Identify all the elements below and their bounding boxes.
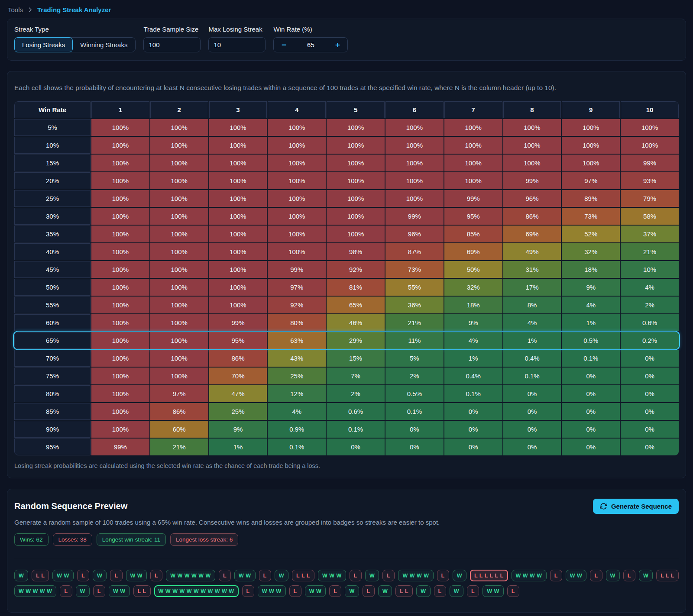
probability-cell: 0%	[444, 403, 502, 420]
stat-chip-longest-win-streak: Longest win streak: 11	[97, 533, 166, 546]
probability-cell: 100%	[91, 368, 149, 384]
probability-cell: 36%	[385, 297, 444, 313]
win-streak-badge: W W	[109, 585, 130, 597]
loss-streak-badge: L	[93, 585, 105, 597]
probability-cell: 0.4%	[444, 368, 502, 384]
probability-cell: 0%	[621, 421, 679, 438]
trade-sample-size-label: Trade Sample Size	[143, 26, 201, 33]
max-losing-streak-group: Max Losing Streak	[208, 26, 266, 52]
probability-cell: 100%	[91, 226, 149, 242]
table-row-30%: 30%100%100%100%100%100%99%95%86%73%58%	[14, 208, 679, 225]
win-streak-badge: W W W W	[398, 570, 433, 581]
winning-streaks-button[interactable]: Winning Streaks	[72, 38, 135, 52]
win-streak-badge: W	[275, 570, 288, 581]
probability-cell: 100%	[327, 172, 385, 189]
losing-streaks-button[interactable]: Losing Streaks	[14, 37, 73, 52]
loss-streak-badge: L	[77, 570, 89, 581]
loss-streak-badge: L	[60, 585, 72, 597]
probability-cell: 0%	[503, 421, 561, 438]
probability-cell: 4%	[503, 314, 561, 331]
probability-cell: 100%	[150, 332, 208, 349]
loss-streak-badge: L	[363, 585, 375, 597]
loss-streak-badge: L	[259, 570, 271, 581]
win-rate-cell: 65%	[14, 332, 91, 349]
probability-cell: 99%	[209, 314, 267, 331]
probability-cell: 0.5%	[385, 385, 444, 402]
breadcrumb-tools-link[interactable]: Tools	[8, 6, 23, 13]
trade-sample-size-group: Trade Sample Size	[143, 26, 201, 52]
sequence-title: Random Sequence Preview	[14, 501, 127, 511]
sequence-stats: Wins: 62Losses: 38Longest win streak: 11…	[14, 533, 679, 546]
probability-cell: 9%	[209, 421, 267, 438]
win-rate-cell: 85%	[14, 403, 91, 420]
probability-cell: 4%	[268, 403, 326, 420]
probability-cell: 0%	[621, 439, 679, 455]
probability-cell: 63%	[268, 332, 326, 349]
probability-cell: 100%	[209, 243, 267, 260]
sequence-description: Generate a random sample of 100 trades u…	[14, 519, 679, 526]
win-rate-cell: 50%	[14, 279, 91, 296]
probability-cell: 100%	[91, 385, 149, 402]
probability-cell: 95%	[444, 208, 502, 225]
probability-cell: 31%	[503, 261, 561, 278]
probability-cell: 32%	[444, 279, 502, 296]
win-rate-increase-button[interactable]: +	[327, 38, 347, 52]
win-rate-value[interactable]: 65	[294, 41, 327, 48]
win-rate-cell: 20%	[14, 172, 91, 189]
probability-cell: 43%	[268, 350, 326, 367]
probability-cell: 100%	[385, 172, 444, 189]
win-streak-badge: W	[378, 585, 392, 597]
probability-cell: 58%	[621, 208, 679, 225]
probability-cell: 10%	[621, 261, 679, 278]
probability-cell: 100%	[91, 243, 149, 260]
probability-cell: 100%	[91, 190, 149, 207]
trade-sample-size-input[interactable]	[143, 37, 201, 52]
probability-cell: 0%	[562, 368, 620, 384]
column-header-7: 7	[444, 101, 502, 118]
probability-cell: 5%	[385, 350, 444, 367]
probability-cell: 2%	[385, 368, 444, 384]
win-streak-badge: W	[606, 570, 620, 581]
win-streak-badge: W	[639, 570, 653, 581]
probability-cell: 0.1%	[503, 368, 561, 384]
probability-cell: 69%	[444, 243, 502, 260]
probability-cell: 100%	[91, 332, 149, 349]
probability-cell: 100%	[621, 119, 679, 136]
probability-cell: 0.5%	[562, 332, 620, 349]
loss-streak-badge: L	[507, 585, 519, 597]
table-row-95%: 95%99%21%1%0.1%0%0%0%0%0%0%	[14, 439, 679, 455]
table-row-5%: 5%100%100%100%100%100%100%100%100%100%10…	[14, 119, 679, 136]
probability-cell: 0%	[503, 385, 561, 402]
win-rate-group: Win Rate (%) − 65 +	[273, 26, 348, 52]
table-row-45%: 45%100%100%100%99%92%73%50%31%18%10%	[14, 261, 679, 278]
probability-cell: 2%	[621, 297, 679, 313]
win-rate-cell: 5%	[14, 119, 91, 136]
refresh-icon	[600, 503, 607, 510]
column-header-2: 2	[150, 101, 208, 118]
max-losing-streak-input[interactable]	[208, 37, 266, 52]
probability-cell: 95%	[209, 332, 267, 349]
probability-cell: 100%	[268, 137, 326, 154]
probability-cell: 100%	[385, 190, 444, 207]
win-streak-badge: W W	[483, 585, 504, 597]
probability-cell: 97%	[268, 279, 326, 296]
table-row-75%: 75%100%100%70%25%7%2%0.4%0.1%0%0%	[14, 368, 679, 384]
generate-sequence-button[interactable]: Generate Sequence	[593, 499, 679, 514]
table-row-70%: 70%100%100%86%43%15%5%1%0.4%0.1%0%	[14, 350, 679, 367]
probability-cell: 93%	[621, 172, 679, 189]
win-streak-badge: W	[76, 585, 90, 597]
win-rate-decrease-button[interactable]: −	[274, 38, 294, 52]
probability-cell: 100%	[327, 137, 385, 154]
probability-cell: 12%	[268, 385, 326, 402]
probability-cell: 99%	[503, 172, 561, 189]
probability-cell: 100%	[150, 314, 208, 331]
probability-cell: 65%	[327, 297, 385, 313]
probability-cell: 1%	[209, 439, 267, 455]
probability-cell: 100%	[327, 119, 385, 136]
probability-cell: 100%	[150, 155, 208, 171]
probability-cell: 2%	[327, 385, 385, 402]
win-rate-cell: 55%	[14, 297, 91, 313]
breadcrumb: Tools Trading Streak Analyzer	[7, 5, 686, 13]
win-rate-label: Win Rate (%)	[273, 26, 348, 33]
probability-cell: 99%	[444, 190, 502, 207]
